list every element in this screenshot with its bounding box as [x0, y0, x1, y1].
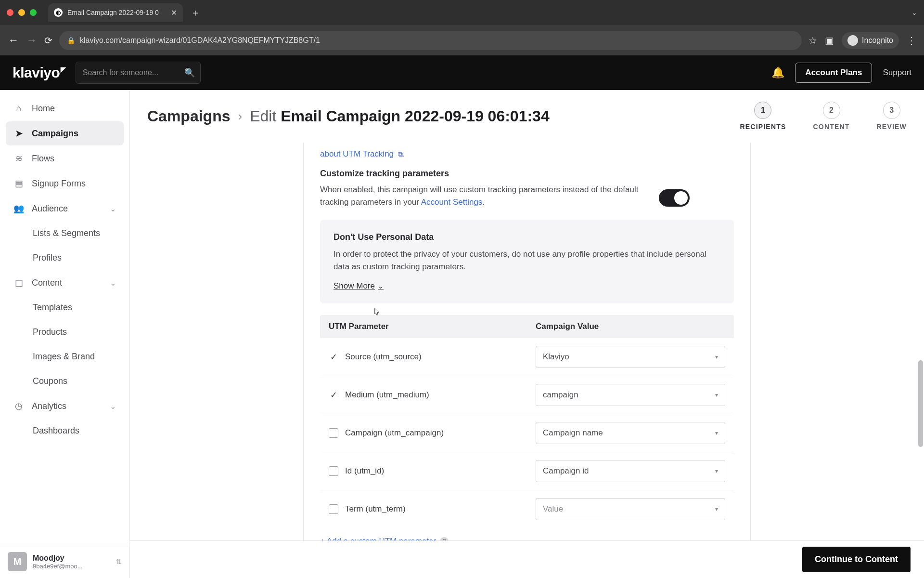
sidebar-item-flows[interactable]: ≋ Flows [6, 146, 124, 171]
extensions-icon[interactable]: ▣ [825, 35, 834, 46]
param-cell: Campaign (utm_campaign) [329, 428, 536, 438]
sidebar-item-analytics[interactable]: ◷ Analytics ⌄ [6, 394, 124, 418]
utm-about-line: about UTM Tracking ⧉. [320, 149, 734, 159]
step-number: 3 [883, 102, 900, 119]
incognito-badge[interactable]: Incognito [842, 32, 899, 49]
sidebar-item-label: Signup Forms [32, 179, 86, 189]
user-meta: Moodjoy 9ba4e9ef@moo... [33, 554, 83, 570]
about-utm-link[interactable]: about UTM Tracking ⧉ [320, 149, 403, 158]
sidebar-item-lists-segments[interactable]: Lists & Segments [6, 222, 124, 245]
user-switch-icon[interactable]: ⇅ [116, 558, 122, 565]
chevron-down-icon: ▾ [715, 392, 718, 398]
step-number: 2 [823, 102, 840, 119]
chevron-down-icon: ▾ [715, 468, 718, 474]
maximize-window-icon[interactable] [30, 9, 37, 16]
app-topbar: klaviyo◤ 🔍 🔔 Account Plans Support [0, 55, 924, 90]
account-plans-button[interactable]: Account Plans [795, 63, 872, 83]
browser-tab[interactable]: ◐ Email Campaign 2022-09-19 0 ✕ [48, 3, 183, 22]
customize-description: When enabled, this campaign will use cus… [320, 184, 647, 208]
info-body: In order to protect the privacy of your … [334, 248, 720, 274]
customize-row: When enabled, this campaign will use cus… [320, 184, 734, 208]
sidebar-item-profiles[interactable]: Profiles [6, 246, 124, 270]
sidebar-item-dashboards[interactable]: Dashboards [6, 419, 124, 443]
content-scroll[interactable]: about UTM Tracking ⧉. Customize tracking… [130, 143, 924, 578]
sidebar-item-home[interactable]: ⌂ Home [6, 97, 124, 120]
value-select[interactable]: Klaviyo▾ [536, 346, 725, 368]
sidebar-item-signup-forms[interactable]: ▤ Signup Forms [6, 171, 124, 196]
new-tab-button[interactable]: ＋ [188, 6, 203, 19]
step-review[interactable]: 3 REVIEW [877, 102, 907, 131]
sidebar-item-images-brand[interactable]: Images & Brand [6, 345, 124, 368]
search-icon[interactable]: 🔍 [184, 67, 195, 78]
breadcrumb[interactable]: Campaigns [147, 107, 230, 125]
reload-button[interactable]: ⟳ [44, 35, 52, 46]
value-cell: Klaviyo▾ [536, 346, 725, 368]
continue-button[interactable]: Continue to Content [802, 547, 911, 572]
tracking-card: about UTM Tracking ⧉. Customize tracking… [303, 143, 751, 563]
close-window-icon[interactable] [7, 9, 13, 16]
checkbox[interactable] [329, 428, 338, 438]
notifications-icon[interactable]: 🔔 [771, 66, 784, 79]
table-row: Id (utm_id)Campaign id▾ [320, 452, 734, 490]
account-settings-link[interactable]: Account Settings [421, 197, 483, 207]
sidebar-item-campaigns[interactable]: ➤ Campaigns [6, 121, 124, 145]
chevron-down-icon: ⌄ [110, 402, 116, 411]
show-more-link[interactable]: Show More ⌄ [334, 281, 384, 291]
external-link-icon: ⧉ [398, 150, 403, 158]
page-title: Edit Email Campaign 2022-09-19 06:01:34 [250, 107, 550, 125]
utm-table-head: UTM Parameter Campaign Value [320, 315, 734, 338]
sidebar-item-coupons[interactable]: Coupons [6, 369, 124, 393]
sidebar-item-label: Profiles [33, 253, 62, 263]
tab-overflow-icon[interactable]: ⌄ [911, 9, 917, 16]
back-button[interactable]: ← [8, 34, 19, 47]
global-search: 🔍 [76, 62, 201, 84]
sidebar-item-content[interactable]: ◫ Content ⌄ [6, 271, 124, 295]
support-link[interactable]: Support [883, 68, 911, 78]
param-cell: Term (utm_term) [329, 504, 536, 514]
select-value: campaign [543, 390, 578, 400]
audience-icon: 👥 [13, 203, 24, 214]
step-recipients[interactable]: 1 RECIPIENTS [740, 102, 786, 131]
sidebar-item-templates[interactable]: Templates [6, 296, 124, 319]
sidebar-user[interactable]: M Moodjoy 9ba4e9ef@moo... ⇅ [0, 545, 129, 578]
tab-title: Email Campaign 2022-09-19 0 [67, 9, 159, 16]
customize-toggle[interactable] [659, 189, 690, 207]
sidebar-item-label: Lists & Segments [33, 228, 100, 238]
value-select[interactable]: Value▾ [536, 498, 725, 520]
minimize-window-icon[interactable] [18, 9, 25, 16]
chevron-down-icon: ▾ [715, 506, 718, 512]
search-input[interactable] [76, 62, 201, 84]
chevron-down-icon: ▾ [715, 430, 718, 436]
value-select[interactable]: Campaign name▾ [536, 422, 725, 444]
footer-bar: Continue to Content [130, 540, 924, 578]
value-select[interactable]: campaign▾ [536, 384, 725, 406]
bookmark-icon[interactable]: ☆ [808, 35, 817, 46]
checkbox[interactable]: ✓ [329, 390, 338, 400]
klaviyo-logo[interactable]: klaviyo◤ [13, 65, 66, 81]
select-value: Klaviyo [543, 352, 569, 362]
param-label: Campaign (utm_campaign) [345, 428, 444, 438]
step-content[interactable]: 2 CONTENT [813, 102, 850, 131]
checkbox[interactable] [329, 504, 338, 514]
table-row: ✓Source (utm_source)Klaviyo▾ [320, 338, 734, 376]
close-tab-icon[interactable]: ✕ [171, 8, 177, 17]
sidebar-item-audience[interactable]: 👥 Audience ⌄ [6, 197, 124, 221]
analytics-icon: ◷ [13, 401, 24, 411]
incognito-icon [847, 35, 858, 46]
step-label: RECIPIENTS [740, 123, 786, 131]
browser-menu-icon[interactable]: ⋮ [907, 35, 916, 46]
table-row: ✓Medium (utm_medium)campaign▾ [320, 376, 734, 414]
param-cell: ✓Source (utm_source) [329, 352, 536, 362]
sidebar-item-products[interactable]: Products [6, 320, 124, 344]
select-value: Campaign name [543, 428, 603, 438]
value-select[interactable]: Campaign id▾ [536, 460, 725, 482]
step-label: CONTENT [813, 123, 850, 131]
param-label: Id (utm_id) [345, 466, 384, 476]
checkbox[interactable] [329, 466, 338, 476]
sidebar-item-label: Dashboards [33, 426, 79, 436]
address-bar[interactable]: 🔒 klaviyo.com/campaign-wizard/01GDAK4A2Y… [59, 31, 802, 50]
scrollbar-thumb[interactable] [918, 360, 923, 447]
table-row: Term (utm_term)Value▾ [320, 490, 734, 528]
privacy-info-panel: Don't Use Personal Data In order to prot… [320, 220, 734, 303]
checkbox[interactable]: ✓ [329, 352, 338, 362]
